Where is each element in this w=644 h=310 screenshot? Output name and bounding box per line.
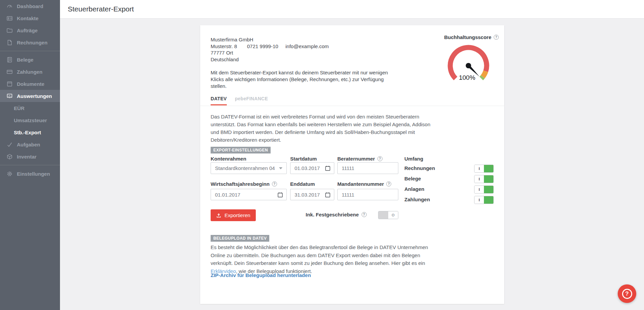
export-card: Musterfirma GmbH Musterstr. 8 0721 9999-… bbox=[200, 25, 504, 304]
archive-icon bbox=[6, 80, 13, 87]
toggle-on-fill bbox=[484, 165, 493, 172]
tab-pebefinance[interactable]: pebeFINANCE bbox=[235, 96, 268, 105]
chevron-down-icon bbox=[279, 167, 282, 169]
sidebar-item-kontakte[interactable]: Kontakte bbox=[0, 12, 60, 24]
export-button[interactable]: Exportieren bbox=[211, 209, 256, 221]
enddatum-field-wrap bbox=[290, 189, 334, 200]
tab-bar: DATEV pebeFINANCE bbox=[211, 96, 268, 105]
kontenrahmen-select[interactable]: Standardkontenrahmen 04 bbox=[211, 162, 287, 174]
sidebar-item-auftraege[interactable]: Aufträge bbox=[0, 24, 60, 36]
startdatum-label: Startdatum bbox=[290, 156, 317, 162]
help-button[interactable]: ? bbox=[618, 284, 636, 303]
kontenrahmen-label: Kontenrahmen bbox=[211, 156, 246, 162]
sidebar-item-label: Kontakte bbox=[17, 15, 38, 21]
belegupload-text: Es besteht die Möglichlichkeit über den … bbox=[211, 243, 431, 275]
company-street: Musterstr. 8 bbox=[211, 43, 247, 50]
sidebar-item-label: Umsatzsteuer bbox=[14, 117, 47, 123]
toggle-rechnungen[interactable]: I bbox=[474, 165, 494, 173]
enddatum-input[interactable] bbox=[290, 189, 325, 200]
score-label-row: Buchhaltungsscore ? bbox=[444, 34, 499, 40]
folder-icon bbox=[6, 27, 13, 34]
upload-icon bbox=[216, 213, 221, 218]
document-icon bbox=[6, 39, 13, 46]
toggle-on-label: I bbox=[474, 196, 484, 204]
score-title: Buchhaltungsscore bbox=[444, 34, 491, 40]
sidebar-item-inventar[interactable]: Inventar bbox=[0, 150, 60, 163]
sidebar-subitem-umsatzsteuer[interactable]: Umsatzsteuer bbox=[0, 114, 60, 126]
help-icon[interactable]: ? bbox=[362, 212, 367, 217]
toggle-anlagen[interactable]: I bbox=[474, 185, 494, 194]
kontenrahmen-value: Standardkontenrahmen 04 bbox=[215, 165, 275, 171]
score-value: 100% bbox=[459, 74, 476, 81]
sidebar-item-label: Einstellungen bbox=[17, 171, 50, 177]
wirtschaftsjahresbeginn-input[interactable] bbox=[211, 189, 277, 200]
sidebar-item-auswertungen[interactable]: Auswertungen bbox=[0, 90, 60, 102]
main-content: Musterfirma GmbH Musterstr. 8 0721 9999-… bbox=[60, 19, 644, 310]
sidebar-divider bbox=[0, 51, 60, 51]
wirtschaftsjahresbeginn-field-wrap bbox=[211, 189, 287, 200]
toggle-on-fill bbox=[484, 196, 493, 204]
company-name: Musterfirma GmbH bbox=[211, 36, 329, 43]
sidebar-item-zahlungen[interactable]: Zahlungen bbox=[0, 66, 60, 78]
sidebar-item-label: EÜR bbox=[14, 105, 25, 111]
sidebar-item-label: Aufträge bbox=[17, 28, 38, 33]
startdatum-input[interactable] bbox=[290, 163, 325, 174]
intro-text: Mit dem Steuerberater-Export kannst du d… bbox=[211, 69, 401, 90]
dashboard-icon bbox=[6, 3, 13, 9]
sidebar-item-dokumente[interactable]: Dokumente bbox=[0, 78, 60, 90]
umfang-label-zahlungen: Zahlungen bbox=[404, 197, 430, 202]
sidebar-item-label: Stb.-Export bbox=[14, 130, 41, 135]
sidebar-item-aufgaben[interactable]: Aufgaben bbox=[0, 138, 60, 150]
contact-card-icon bbox=[6, 15, 13, 22]
sidebar-item-belege[interactable]: Belege bbox=[0, 54, 60, 66]
datev-description: Das DATEV-Format ist ein weit verbreitet… bbox=[211, 113, 438, 144]
help-icon[interactable]: ? bbox=[386, 181, 391, 186]
mandantennummer-input[interactable] bbox=[338, 189, 398, 200]
zip-download-link[interactable]: ZIP-Archiv für Belegupload herunterladen bbox=[211, 272, 311, 278]
beraternummer-field-wrap bbox=[337, 162, 398, 174]
sidebar-item-label: Rechnungen bbox=[17, 40, 48, 45]
toggle-belege[interactable]: I bbox=[474, 175, 494, 183]
gear-icon bbox=[6, 170, 13, 177]
receipt-icon bbox=[6, 56, 13, 63]
company-email: info@example.com bbox=[285, 43, 329, 50]
sidebar-item-label: Inventar bbox=[17, 154, 36, 160]
sidebar-item-label: Auswertungen bbox=[17, 93, 52, 99]
umfang-label-anlagen: Anlagen bbox=[404, 186, 424, 192]
help-icon[interactable]: ? bbox=[272, 181, 277, 186]
tab-datev[interactable]: DATEV bbox=[211, 96, 227, 105]
sidebar-item-label: Aufgaben bbox=[17, 142, 40, 147]
calendar-icon[interactable] bbox=[325, 165, 331, 171]
belegupload-badge: BELEGUPLOAD IN DATEV bbox=[211, 235, 269, 242]
help-icon[interactable]: ? bbox=[494, 35, 499, 40]
toggle-on-label: I bbox=[474, 175, 484, 183]
calendar-icon[interactable] bbox=[325, 192, 331, 198]
company-phone: 0721 9999-10 bbox=[247, 43, 285, 50]
checkmark-icon bbox=[6, 141, 13, 148]
calendar-icon[interactable] bbox=[277, 192, 283, 198]
export-button-label: Exportieren bbox=[224, 212, 250, 218]
toggle-off-fill bbox=[378, 211, 388, 219]
umfang-label-belege: Belege bbox=[404, 176, 421, 181]
export-settings-badge: EXPORT-EINSTELLUNGEN bbox=[211, 147, 271, 153]
toggle-zahlungen[interactable]: I bbox=[474, 196, 494, 204]
sidebar-divider bbox=[0, 165, 60, 165]
sidebar-subitem-euer[interactable]: EÜR bbox=[0, 102, 60, 114]
sidebar-item-dashboard[interactable]: Dashboard bbox=[0, 0, 60, 12]
beraternummer-input[interactable] bbox=[338, 163, 398, 174]
sidebar-subitem-stb-export[interactable]: Stb.-Export bbox=[0, 126, 60, 138]
toggle-off-label: O bbox=[388, 211, 398, 219]
help-icon[interactable]: ? bbox=[377, 156, 382, 161]
umfang-label-rechnungen: Rechnungen bbox=[404, 165, 435, 171]
toggle-on-fill bbox=[484, 175, 493, 183]
belegupload-text-part1: Es besteht die Möglichlichkeit über den … bbox=[211, 244, 428, 266]
box-icon bbox=[6, 153, 13, 160]
question-mark-icon: ? bbox=[622, 289, 632, 299]
toggle-festgeschriebene[interactable]: O bbox=[378, 211, 398, 219]
beraternummer-label: Beraternummer ? bbox=[337, 156, 382, 162]
umfang-title: Umfang bbox=[404, 156, 423, 162]
sidebar-item-rechnungen[interactable]: Rechnungen bbox=[0, 36, 60, 48]
sidebar-item-einstellungen[interactable]: Einstellungen bbox=[0, 168, 60, 180]
mandantennummer-label: Mandantennummer ? bbox=[337, 181, 391, 187]
company-country: Deutschland bbox=[211, 56, 329, 63]
